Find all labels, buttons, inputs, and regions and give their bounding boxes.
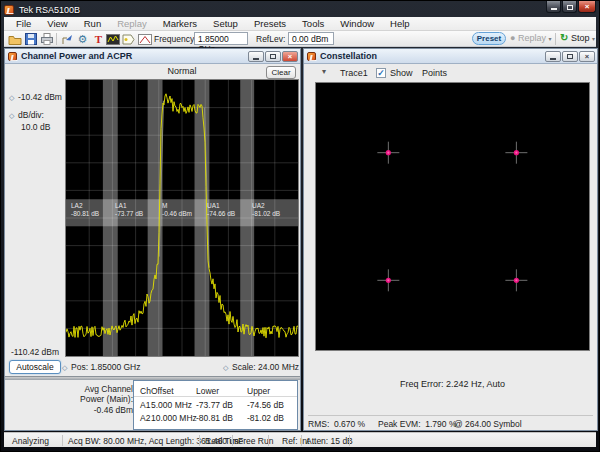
frequency-input[interactable]: 1.85000 GHz — [194, 32, 248, 45]
menu-run[interactable]: Run — [76, 18, 109, 29]
avg-channel-power-label: Avg Channel Power (Main): -0.46 dBm — [67, 384, 133, 415]
stop-dropdown-icon[interactable]: ▾ — [592, 36, 595, 42]
show-checkbox[interactable]: ✓ — [376, 68, 386, 78]
acpr-results-table[interactable]: Ch Offset Lower Upper A1 5.000 MHz -73.7… — [133, 380, 298, 430]
avg-channel-power-value: -0.46 dBm — [67, 405, 133, 415]
table-cell: -73.77 dB — [196, 400, 233, 410]
window-title: Tek RSA5100B — [19, 5, 80, 15]
run-stop-icon: ↻ — [560, 32, 568, 43]
spectrum-plot[interactable]: LA2-80.81 dBLA1-73.77 dBM-0.46 dBmUA1-74… — [65, 79, 299, 357]
maximize-button[interactable] — [562, 1, 577, 13]
scale-label[interactable]: Scale: 24.00 MHz — [232, 362, 299, 372]
app-window: Tek RSA5100B × File View Run Replay Mark… — [0, 0, 600, 452]
menu-help[interactable]: Help — [382, 18, 418, 29]
menu-view[interactable]: View — [39, 18, 75, 29]
constellation-close-button[interactable]: × — [579, 51, 595, 62]
table-cell: A2 — [140, 413, 150, 423]
menu-presets[interactable]: Presets — [246, 18, 294, 29]
ref-level-label[interactable]: -10.42 dBm — [18, 92, 62, 102]
channel-marker-label: UA1-74.66 dB — [207, 202, 235, 219]
replay-button[interactable]: ● Replay ▾ — [510, 33, 552, 43]
constellation-maximize-button[interactable] — [562, 51, 578, 62]
acpr-panel-titlebar[interactable]: Channel Power and ACPR × — [5, 49, 300, 64]
tek-logo-icon — [307, 52, 316, 61]
table-cell: -74.56 dB — [247, 400, 284, 410]
tek-logo-icon — [4, 5, 14, 15]
rms-readout: RMS: 0.670 % — [308, 419, 365, 429]
constellation-panel-titlebar[interactable]: Constellation × — [304, 49, 597, 64]
pos-label[interactable]: Pos: 1.85000 GHz — [71, 362, 140, 372]
tag-pointer-icon[interactable] — [121, 32, 136, 46]
freq-error-readout: Freq Error: 2.242 Hz, Auto — [315, 379, 590, 389]
save-icon[interactable] — [23, 32, 38, 46]
trace-selector-chevron-icon[interactable]: ▾ — [322, 67, 326, 76]
constellation-toolbar: ▾ Trace1 ✓ Show Points — [304, 65, 597, 81]
channel-marker-label: LA2-80.81 dB — [71, 202, 99, 219]
scale-spinner-icon[interactable]: ◇ — [223, 364, 228, 372]
trace-display-icon[interactable] — [105, 32, 120, 46]
reflev-input[interactable]: 0.00 dBm — [288, 32, 334, 45]
col-header-upper: Upper — [247, 386, 270, 396]
bottom-level-label: -110.42 dBm — [11, 347, 59, 357]
replay-dropdown-icon[interactable]: ▾ — [548, 36, 551, 42]
table-header-row: Ch Offset Lower Upper — [134, 384, 297, 397]
acpr-minimize-button[interactable] — [248, 51, 264, 62]
table-cell: -80.81 dB — [196, 413, 233, 423]
marker-measure-icon[interactable] — [137, 32, 152, 46]
dbdiv-label: dB/div: — [18, 110, 44, 120]
clear-button[interactable]: Clear — [266, 66, 296, 79]
show-label: Show — [390, 68, 413, 78]
channel-marker-label: LA1-73.77 dB — [115, 202, 143, 219]
acpr-panel: Channel Power and ACPR × Normal Clear ◇ … — [4, 48, 301, 431]
col-header-offset: Offset — [151, 386, 174, 396]
trace-mode-label: Normal — [65, 66, 299, 76]
menu-replay[interactable]: Replay — [109, 18, 155, 29]
dbdiv-spinner-icon[interactable]: ◇ — [9, 112, 14, 120]
constellation-panel: Constellation × ▾ Trace1 ✓ Show Points F… — [303, 48, 598, 431]
export-arrow-icon[interactable] — [60, 32, 75, 46]
status-attenuation: Atten: 15 dB — [306, 436, 353, 446]
toolbar-separator — [56, 33, 57, 45]
menu-bar: File View Run Replay Markers Setup Prese… — [4, 17, 596, 31]
preset-button[interactable]: Preset — [472, 32, 506, 45]
col-header-ch: Ch — [140, 386, 151, 396]
divider — [308, 415, 593, 416]
minimize-button[interactable] — [546, 1, 561, 13]
acpr-panel-title: Channel Power and ACPR — [21, 51, 132, 61]
menu-window[interactable]: Window — [332, 18, 382, 29]
trace-selector[interactable]: Trace1 — [340, 68, 368, 78]
open-folder-icon[interactable] — [7, 32, 22, 46]
acpr-maximize-button[interactable] — [265, 51, 281, 62]
points-label[interactable]: Points — [422, 68, 447, 78]
symbol-readout: @ 264.00 Symbol — [454, 419, 522, 429]
titlebar[interactable]: Tek RSA5100B × — [4, 3, 596, 17]
col-header-lower: Lower — [196, 386, 219, 396]
frequency-label: Frequency: — [154, 34, 197, 44]
constellation-minimize-button[interactable] — [545, 51, 561, 62]
pos-spinner-icon[interactable]: ◇ — [62, 364, 67, 372]
toolbar-separator — [555, 33, 556, 45]
table-cell: 10.000 MHz — [151, 413, 197, 423]
table-cell: A1 — [140, 400, 150, 410]
constellation-panel-title: Constellation — [320, 51, 377, 61]
constellation-plot[interactable] — [315, 82, 590, 351]
menu-file[interactable]: File — [8, 18, 39, 29]
peak-evm-readout: Peak EVM: 1.790 % — [378, 419, 456, 429]
text-tool-icon[interactable]: T — [91, 32, 106, 46]
status-bar: Analyzing Acq BW: 80.00 MHz, Acq Length:… — [4, 432, 596, 447]
dbdiv-value[interactable]: 10.0 dB — [21, 122, 50, 132]
print-icon[interactable] — [39, 32, 54, 46]
channel-marker-label: UA2-81.02 dB — [252, 202, 280, 219]
stop-button[interactable]: ↻ Stop ▾ — [560, 32, 595, 43]
table-cell: 5.000 MHz — [151, 400, 192, 410]
settings-gear-icon[interactable]: ⚙ — [75, 32, 90, 46]
ref-level-spinner-icon[interactable]: ◇ — [9, 94, 14, 102]
autoscale-button[interactable]: Autoscale — [9, 360, 61, 374]
menu-setup[interactable]: Setup — [205, 18, 246, 29]
acpr-close-button[interactable]: × — [282, 51, 298, 62]
close-button[interactable]: × — [578, 1, 596, 13]
menu-markers[interactable]: Markers — [155, 18, 205, 29]
channel-marker-label: M-0.46 dBm — [162, 202, 192, 219]
menu-tools[interactable]: Tools — [294, 18, 332, 29]
toolbar: ⚙ T Frequency: 1.85000 GHz RefLev: 0.00 … — [4, 31, 596, 47]
